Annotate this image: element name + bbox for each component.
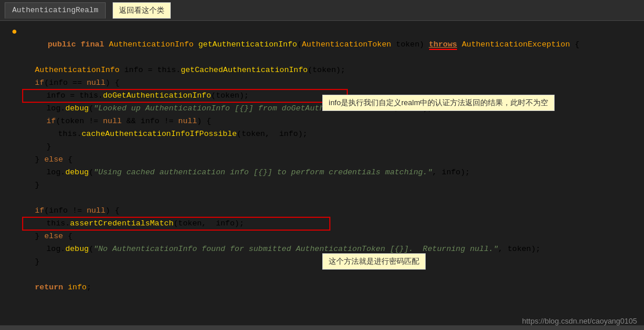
watermark: https://blog.csdn.net/caoyang0105 [522, 317, 637, 325]
code-line-9: } else { [0, 153, 644, 166]
code-line-14: this.assertCredentialsMatch(token, info)… [0, 217, 644, 230]
code-line-10: log.debug("Using cached authentication i… [0, 166, 644, 179]
line-content-3: if(info == null) { [35, 77, 120, 89]
annotation-1: info是执行我们自定义realm中的认证方法返回的结果，此时不为空 [322, 95, 555, 111]
code-line-19: return info; [0, 281, 644, 294]
code-line-12 [0, 192, 644, 205]
line-content-15: } else { [35, 230, 73, 243]
throws-keyword: throws [429, 40, 458, 50]
code-line-6: if(token != null && info != null) { [0, 115, 644, 128]
tab-authenticating-realm[interactable]: AuthenticatingRealm [5, 2, 106, 19]
tab-label: AuthenticatingRealm [12, 6, 98, 15]
line-content-7: this.cacheAuthenticationInfoIfPossible(t… [58, 128, 307, 141]
line-content-19: return info; [35, 281, 91, 294]
line-content-13: if(info != null) { [35, 205, 120, 217]
code-line-15: } else { [0, 230, 644, 243]
code-line-7: this.cacheAuthenticationInfoIfPossible(t… [0, 128, 644, 141]
line-content-16: log.debug("No AuthenticationInfo found f… [46, 243, 541, 256]
line-content-1: public final AuthenticationInfo getAuthe… [20, 26, 580, 64]
line-content-6: if(token != null && info != null) { [46, 115, 211, 128]
line-content-9: } else { [35, 153, 73, 166]
annotation-2: 这个方法就是进行密码匹配 [322, 253, 426, 270]
code-line-2: AuthenticationInfo info = this.getCached… [0, 64, 644, 77]
code-line-3: if(info == null) { [0, 77, 644, 89]
line-content-10: log.debug("Using cached authentication i… [46, 166, 470, 179]
code-line-1: ● public final AuthenticationInfo getAut… [0, 26, 644, 64]
code-line-11: } [0, 179, 644, 192]
line-content-4: info = this.doGetAuthenticationInfo(toke… [46, 89, 249, 102]
line-content-8: } [46, 141, 51, 153]
tooltip-box: 返回看这个类 [113, 2, 171, 19]
code-line-13: if(info != null) { [0, 205, 644, 217]
line-content-11: } [35, 179, 39, 192]
line-content-17: } [35, 256, 39, 268]
tooltip-text: 返回看这个类 [119, 6, 164, 15]
tab-bar: AuthenticatingRealm 返回看这个类 [0, 0, 644, 21]
code-line-8: } [0, 141, 644, 153]
line-content-2: AuthenticationInfo info = this.getCached… [35, 64, 346, 77]
orange-dot: ● [12, 26, 17, 38]
annotation-1-text: info是执行我们自定义realm中的认证方法返回的结果，此时不为空 [329, 98, 548, 107]
code-area: ● public final AuthenticationInfo getAut… [0, 21, 644, 330]
watermark-text: https://blog.csdn.net/caoyang0105 [522, 317, 637, 325]
scrollbar[interactable] [0, 325, 644, 330]
annotation-2-text: 这个方法就是进行密码匹配 [329, 257, 419, 266]
line-content-14: this.assertCredentialsMatch(token, info)… [46, 217, 244, 230]
code-line-18 [0, 268, 644, 281]
